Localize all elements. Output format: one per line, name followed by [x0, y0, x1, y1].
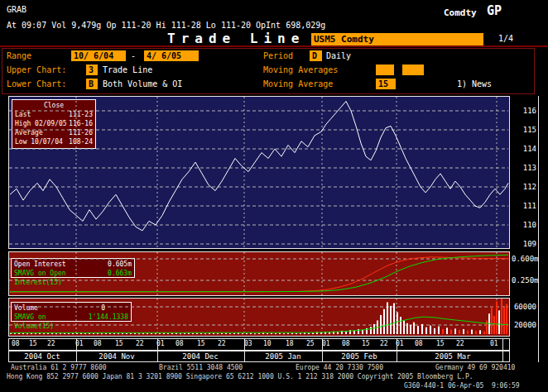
range-label: Range [7, 51, 31, 61]
oi-smavg-value: 0.663m [108, 269, 132, 287]
axis-separator [397, 338, 397, 351]
day-tick-label: 15 [362, 340, 370, 348]
axis-separator [76, 351, 77, 362]
day-tick-label: 15 [197, 340, 205, 348]
volume-smavg-label: SMAVG on Volume(15) [14, 313, 89, 331]
axis-separator [502, 338, 503, 351]
volume-label: Volume [14, 304, 38, 313]
outer-right-border [538, 96, 539, 362]
open-interest-legend: Open Interest0.605m SMAVG on Open Intere… [11, 258, 135, 278]
range-to-field[interactable]: 4/ 6/05 [144, 50, 199, 61]
lower-chart-value: Both Volume & OI [103, 79, 182, 89]
volume-smavg-value: 1'144.1338 [89, 313, 128, 331]
axis-separator [244, 338, 245, 351]
month-label: 2004 Dec [182, 352, 218, 361]
period-value: Daily [326, 51, 351, 61]
day-tick-label: 08 [415, 340, 423, 348]
day-tick-label: 03 [244, 340, 252, 348]
open_interest-axis-label: 0.250m [512, 276, 536, 284]
page-indicator: 1/4 [498, 34, 513, 44]
period-code-field[interactable]: D [310, 50, 322, 61]
legend-high-label: High 02/09/05 [15, 119, 67, 128]
moving-average-period-field[interactable]: 15 [376, 79, 396, 89]
moving-average-1-field[interactable] [376, 65, 394, 75]
day-tick-label: 22 [380, 340, 388, 348]
day-tick-label: 10 [263, 340, 272, 348]
day-tick-label: 15 [29, 340, 37, 348]
axis-separator [502, 351, 503, 362]
day-tick-label: 08 [175, 340, 184, 348]
day-tick-label: 15 [436, 340, 445, 348]
axis-separator [322, 351, 323, 362]
price-axis-label: 110 [512, 221, 536, 229]
price-axis-label: 113 [512, 164, 536, 172]
oi-smavg-label: SMAVG on Open Interest(15) [14, 269, 108, 287]
footer-line1-segment: Australia 61 2 9777 8600 [11, 364, 107, 372]
bloomberg-terminal-screen: GRAB Comdty GP At 09:07 Vol 9,479g Op 11… [0, 0, 548, 392]
price-axis-label: 116 [512, 107, 536, 115]
upper-chart-code-field[interactable]: 3 [86, 65, 98, 75]
axis-separator [157, 351, 158, 362]
axis-separator [397, 351, 397, 362]
axis-separator [157, 338, 158, 351]
period-label: Period [263, 51, 293, 61]
volume-value: 0 [101, 304, 105, 313]
volume-axis-label: 20000 [512, 321, 536, 329]
moving-average-2-field[interactable] [402, 65, 424, 75]
footer-line1-segment: Brazil 5511 3048 4500 [159, 364, 243, 372]
legend-high-value: 116-16 [69, 119, 93, 128]
day-tick-label: 08 [94, 340, 102, 348]
day-tick-label: 22 [218, 340, 226, 348]
month-label: 2004 Oct [24, 352, 60, 361]
axis-separator [76, 338, 77, 351]
legend-last-label: Last [15, 110, 31, 119]
legend-average-label: Average [15, 128, 43, 137]
day-tick-label: 15 [115, 340, 123, 348]
day-tick-label: 25 [306, 340, 315, 348]
day-tick-label: 08 [342, 340, 350, 348]
legend-low-value: 108-24 [69, 137, 93, 146]
day-tick-label: 01 [490, 340, 498, 348]
price-axis-label: 112 [512, 183, 536, 191]
price-axis-label: 109 [512, 240, 536, 248]
day-tick-label: 22 [136, 340, 144, 348]
lower-chart-code-field[interactable]: B [86, 79, 98, 89]
close-legend-title: Close [15, 101, 93, 110]
range-dash: - [131, 51, 136, 61]
lower-chart-label: Lower Chart: [7, 79, 66, 89]
legend-low-label: Low 10/07/04 [15, 137, 63, 146]
volume-axis-label: 60000 [512, 303, 536, 311]
price-axis-label: 111 [512, 202, 536, 210]
oi-value: 0.605m [108, 260, 132, 269]
price-axis-label: 114 [512, 145, 536, 153]
footer-line2: Hong Kong 852 2977 6000 Japan 81 3 3201 … [7, 373, 473, 381]
month-label: 2005 Feb [341, 352, 377, 361]
oi-label: Open Interest [14, 260, 66, 269]
open_interest-axis-label: 0.600m [512, 255, 536, 263]
day-tick-label: 22 [47, 340, 55, 348]
moving-average-label: Moving Average [263, 79, 333, 89]
range-from-field[interactable]: 10/ 6/04 [71, 50, 126, 61]
upper-chart-value: Trade Line [103, 65, 152, 75]
grab-label: GRAB [7, 5, 26, 15]
volume-legend: Volume0 SMAVG on Volume(15)1'144.1338 [11, 302, 132, 322]
day-tick-label: 08 [12, 340, 20, 348]
footer-line3: G360-440-1 06-Apr-05 9:06:59 [404, 382, 520, 390]
month-label: 2005 Jan [265, 352, 300, 361]
axis-separator [322, 338, 323, 351]
day-tick-label: 18 [286, 340, 294, 348]
security-field[interactable]: USM5 Comdty [311, 33, 483, 45]
month-label: 2005 Mar [435, 352, 470, 361]
footer-line1-segment: Germany 49 69 920410 [435, 364, 515, 372]
legend-average-value: 111-26 [69, 128, 93, 137]
quote-summary-line: At 09:07 Vol 9,479g Op 111-20 Hi 111-28 … [7, 21, 325, 31]
day-tick-label: 22 [456, 340, 464, 348]
legend-last-value: 111-23 [69, 110, 93, 119]
app-label: Comdty [444, 7, 477, 18]
footer-line1-segment: Europe 44 20 7330 7500 [296, 364, 383, 372]
month-label: 2004 Nov [99, 352, 134, 361]
axis-separator [244, 351, 245, 362]
news-menu-item[interactable]: 1) News [457, 79, 492, 89]
close-legend: Close Last111-23 High 02/09/05116-16 Ave… [12, 99, 96, 149]
page-title: Trade Line [167, 31, 305, 46]
